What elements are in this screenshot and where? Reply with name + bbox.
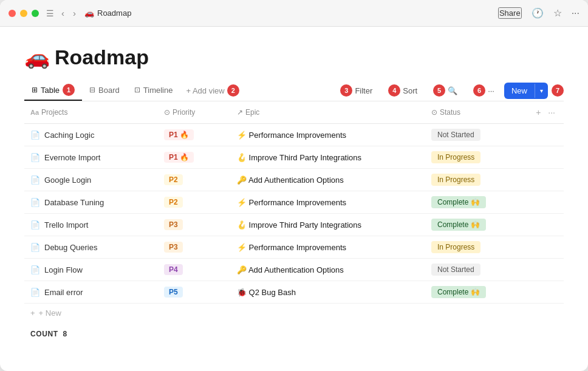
sort-button[interactable]: 4 Sort	[382, 81, 423, 100]
epic-text: 🔑 Add Authentication Options	[237, 175, 344, 185]
priority-badge: P1 🔥	[164, 152, 194, 163]
project-doc-icon: 📄	[30, 288, 40, 297]
star-icon[interactable]: ☆	[553, 7, 562, 19]
tab-timeline[interactable]: ⊡ Timeline	[127, 82, 180, 100]
new-button-label[interactable]: New	[504, 83, 535, 99]
table-row[interactable]: 📄 Trello Import P3 🪝 Improve Third Party…	[24, 214, 564, 236]
cell-priority-4: P3	[158, 214, 231, 236]
project-doc-icon: 📄	[30, 265, 40, 274]
search-badge: 5	[433, 84, 445, 97]
table-row[interactable]: 📄 Debug Queries P3 ⚡ Performance Improve…	[24, 236, 564, 259]
search-icon: 🔍	[448, 86, 457, 95]
traffic-lights	[9, 10, 39, 17]
cell-epic-1: 🪝 Improve Third Party Integrations	[231, 146, 425, 169]
cell-status-3: Complete 🙌	[425, 191, 564, 214]
table-wrapper: Aa Projects ⊙ Priority ↗	[24, 101, 564, 345]
filter-button[interactable]: 3 Filter	[334, 81, 378, 100]
status-badge: Complete 🙌	[431, 196, 486, 208]
table-row[interactable]: 📄 Caching Logic P1 🔥 ⚡ Performance Impro…	[24, 124, 564, 146]
minimize-button[interactable]	[20, 10, 27, 17]
view-tabs: ⊞ Table 1 ⊟ Board ⊡ Timeline + Add view …	[24, 80, 245, 101]
cell-project-0: 📄 Caching Logic	[24, 124, 158, 146]
sort-label: Sort	[403, 86, 417, 95]
cell-priority-7: P5	[158, 281, 231, 304]
page-title-emoji: 🚗	[24, 45, 50, 69]
project-name: Caching Logic	[44, 131, 94, 140]
project-doc-icon: 📄	[30, 175, 40, 185]
main-content: 🚗 Roadmap ⊞ Table 1 ⊟ Board ⊡ Timeline	[0, 27, 588, 371]
cell-epic-5: ⚡ Performance Improvements	[231, 236, 425, 259]
cell-project-3: 📄 Database Tuning	[24, 191, 158, 214]
more-badge: 6	[473, 84, 485, 97]
cell-status-5: In Progress	[425, 236, 564, 259]
nav-arrows: ‹ ›	[59, 7, 78, 19]
cell-epic-3: ⚡ Performance Improvements	[231, 191, 425, 214]
sort-badge: 4	[388, 84, 400, 97]
cell-project-5: 📄 Debug Queries	[24, 236, 158, 259]
add-col-button[interactable]: +	[533, 106, 543, 118]
epic-text: 🔑 Add Authentication Options	[237, 265, 344, 274]
add-view-button[interactable]: + Add view 2	[180, 81, 245, 100]
tab-table[interactable]: ⊞ Table 1	[24, 80, 82, 101]
table-body: 📄 Caching Logic P1 🔥 ⚡ Performance Impro…	[24, 124, 564, 304]
project-doc-icon: 📄	[30, 131, 40, 140]
priority-badge: P2	[164, 197, 183, 208]
col-options-button[interactable]: ···	[545, 106, 558, 118]
cell-epic-4: 🪝 Improve Third Party Integrations	[231, 214, 425, 236]
more-toolbar-icon: ···	[488, 86, 494, 95]
project-doc-icon: 📄	[30, 243, 40, 252]
priority-badge: P1 🔥	[164, 129, 194, 140]
page-title-text: Roadmap	[55, 46, 149, 69]
search-button[interactable]: 5 🔍	[427, 81, 463, 100]
more-options-icon[interactable]: ···	[572, 8, 579, 19]
more-toolbar-button[interactable]: 6 ···	[467, 81, 501, 100]
badge-7: 7	[552, 84, 564, 97]
new-button[interactable]: New ▾	[504, 83, 548, 99]
table-row[interactable]: 📄 Login Flow P4 🔑 Add Authentication Opt…	[24, 259, 564, 281]
epic-text: ⚡ Performance Improvements	[237, 198, 346, 207]
project-name: Login Flow	[44, 265, 83, 274]
add-row-button[interactable]: + + New	[24, 304, 564, 322]
fullscreen-button[interactable]	[32, 10, 39, 17]
new-button-arrow[interactable]: ▾	[535, 84, 548, 98]
back-button[interactable]: ‹	[59, 7, 67, 19]
board-icon: ⊟	[89, 86, 95, 94]
priority-badge: P3	[164, 219, 183, 230]
app-window: ☰ ‹ › 🚗 Roadmap Share 🕐 ☆ ··· 🚗 Roadmap …	[0, 0, 588, 371]
col-epic-icon: ↗	[237, 108, 243, 117]
project-doc-icon: 📄	[30, 220, 40, 230]
table-row[interactable]: 📄 Evernote Import P1 🔥 🪝 Improve Third P…	[24, 146, 564, 169]
tab-badge-1: 1	[63, 84, 75, 96]
status-badge: In Progress	[431, 174, 480, 186]
project-name: Google Login	[44, 175, 91, 185]
project-doc-icon: 📄	[30, 198, 40, 207]
share-button[interactable]: Share	[498, 7, 522, 19]
add-view-label: + Add view	[186, 86, 224, 95]
cell-project-1: 📄 Evernote Import	[24, 146, 158, 169]
project-doc-icon: 📄	[30, 153, 40, 162]
epic-text: 🐞 Q2 Bug Bash	[237, 288, 296, 297]
hamburger-icon[interactable]: ☰	[46, 9, 54, 18]
table-row[interactable]: 📄 Database Tuning P2 ⚡ Performance Impro…	[24, 191, 564, 214]
close-button[interactable]	[9, 10, 16, 17]
cell-status-1: In Progress	[425, 146, 564, 169]
clock-icon[interactable]: 🕐	[532, 7, 544, 19]
cell-status-7: Complete 🙌	[425, 281, 564, 304]
count-label: COUNT	[30, 330, 58, 338]
cell-status-0: Not Started	[425, 124, 564, 146]
col-priority-label: Priority	[173, 108, 195, 117]
tab-board[interactable]: ⊟ Board	[82, 82, 127, 100]
table-header-row: Aa Projects ⊙ Priority ↗	[24, 101, 564, 124]
cell-status-6: Not Started	[425, 259, 564, 281]
table-row[interactable]: 📄 Google Login P2 🔑 Add Authentication O…	[24, 169, 564, 191]
priority-badge: P5	[164, 287, 183, 298]
epic-text: ⚡ Performance Improvements	[237, 243, 346, 252]
status-badge: Not Started	[431, 264, 480, 276]
col-header-priority: ⊙ Priority	[158, 101, 231, 124]
cell-priority-5: P3	[158, 236, 231, 259]
tab-timeline-label: Timeline	[143, 86, 173, 95]
view-toolbar: ⊞ Table 1 ⊟ Board ⊡ Timeline + Add view …	[24, 80, 564, 101]
col-header-projects: Aa Projects	[24, 101, 158, 124]
table-row[interactable]: 📄 Email error P5 🐞 Q2 Bug Bash Complete …	[24, 281, 564, 304]
forward-button[interactable]: ›	[70, 7, 78, 19]
